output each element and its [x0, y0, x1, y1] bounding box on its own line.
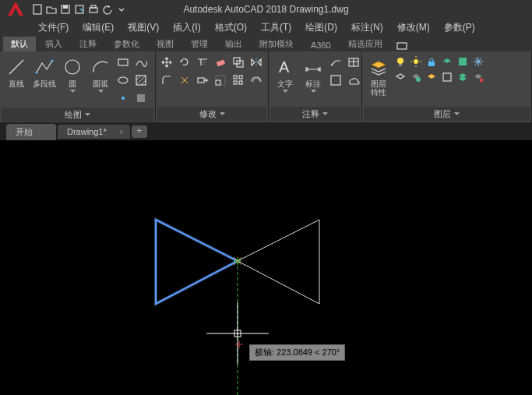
menu-draw[interactable]: 绘图(D)	[302, 19, 340, 36]
arc-icon	[90, 56, 111, 78]
erase-icon[interactable]	[213, 55, 228, 70]
close-icon[interactable]: ×	[119, 128, 124, 136]
svg-rect-20	[216, 80, 220, 85]
copy-icon[interactable]	[231, 55, 246, 70]
tab-insert[interactable]: 插入	[37, 37, 70, 51]
layer-color-icon[interactable]	[456, 55, 470, 69]
svg-rect-2	[63, 5, 68, 9]
svg-rect-22	[234, 76, 237, 79]
trim-icon[interactable]	[195, 55, 210, 70]
open-icon[interactable]	[45, 3, 58, 16]
layer-iso-icon[interactable]	[393, 70, 407, 84]
panel-title-draw[interactable]: 绘图	[2, 108, 153, 122]
panel-title-modify[interactable]: 修改	[157, 107, 266, 121]
lock-icon[interactable]	[425, 55, 439, 69]
circle-button[interactable]: 圆	[59, 55, 86, 94]
ribbon-more-icon[interactable]	[392, 41, 412, 51]
mirror-icon[interactable]	[248, 55, 264, 70]
svg-line-7	[9, 60, 23, 74]
tab-default[interactable]: 默认	[3, 37, 36, 51]
panel-title-annotate[interactable]: 注释	[270, 107, 360, 121]
menu-file[interactable]: 文件(F)	[35, 19, 72, 36]
svg-rect-3	[76, 5, 83, 13]
svg-point-14	[122, 97, 125, 100]
spline-icon[interactable]	[133, 55, 149, 70]
leader-icon[interactable]	[328, 55, 344, 70]
tab-parametric[interactable]: 参数化	[106, 37, 147, 51]
ellipse-icon[interactable]	[115, 72, 131, 88]
point-icon[interactable]	[115, 90, 131, 106]
app-logo[interactable]	[3, 0, 28, 22]
svg-rect-24	[234, 81, 237, 84]
save-icon[interactable]	[59, 3, 72, 16]
cloud-icon[interactable]	[346, 72, 361, 88]
menu-view[interactable]: 视图(V)	[125, 19, 162, 36]
menu-modify[interactable]: 修改(M)	[394, 19, 433, 36]
polyline-icon	[33, 56, 55, 78]
drawing-canvas[interactable]: 极轴: 223.0849 < 270°	[0, 140, 532, 395]
line-icon	[5, 56, 27, 78]
layer-freeze-icon[interactable]	[471, 55, 485, 69]
layer-off-icon[interactable]	[440, 55, 454, 69]
mtext-icon[interactable]	[328, 72, 344, 88]
tab-view[interactable]: 视图	[149, 37, 181, 51]
qat-dropdown-icon[interactable]	[115, 3, 128, 16]
tab-start[interactable]: 开始	[6, 124, 56, 140]
menu-format[interactable]: 格式(O)	[212, 19, 250, 36]
layer-match-icon[interactable]	[409, 70, 423, 84]
arc-button[interactable]: 圆弧	[87, 55, 114, 94]
region-icon[interactable]	[133, 90, 149, 106]
new-icon[interactable]	[31, 3, 44, 16]
dimension-button[interactable]: 标注	[300, 55, 326, 94]
offset-icon[interactable]	[248, 72, 264, 88]
layer-merge-icon[interactable]	[456, 70, 470, 84]
layer-prev-icon[interactable]	[425, 70, 439, 84]
array-icon[interactable]	[231, 72, 246, 88]
sun-icon[interactable]	[409, 55, 423, 69]
ribbon: 直线 多段线 圆 圆弧	[0, 51, 532, 123]
tab-output[interactable]: 输出	[217, 37, 250, 51]
undo-icon[interactable]	[101, 3, 114, 16]
menu-insert[interactable]: 插入(I)	[170, 19, 203, 36]
menu-tools[interactable]: 工具(T)	[258, 19, 294, 36]
menu-dim[interactable]: 标注(N)	[348, 19, 386, 36]
line-button[interactable]: 直线	[3, 55, 30, 90]
tab-drawing1[interactable]: Drawing1*×	[58, 125, 130, 139]
stretch-icon[interactable]	[195, 72, 210, 88]
move-icon[interactable]	[159, 55, 174, 70]
svg-rect-15	[137, 94, 145, 102]
add-tab-button[interactable]: +	[132, 125, 147, 138]
chevron-down-icon	[311, 90, 316, 93]
lightbulb-icon[interactable]	[393, 55, 407, 69]
panel-modify: 修改	[156, 51, 269, 122]
svg-text:A: A	[279, 58, 290, 76]
tab-a360[interactable]: A360	[303, 39, 339, 51]
menu-edit[interactable]: 编辑(E)	[79, 19, 117, 36]
scale-icon[interactable]	[213, 72, 228, 88]
menu-param[interactable]: 参数(P)	[441, 19, 478, 36]
hatch-icon[interactable]	[133, 72, 149, 88]
chevron-down-icon	[283, 90, 288, 93]
text-button[interactable]: A 文字	[272, 55, 298, 94]
layer-state-icon[interactable]	[440, 70, 454, 84]
saveas-icon[interactable]	[73, 3, 86, 16]
svg-rect-28	[331, 76, 340, 85]
layer-properties-button[interactable]: 图层 特性	[365, 55, 392, 98]
table-icon[interactable]	[346, 55, 361, 70]
fillet-icon[interactable]	[159, 72, 174, 88]
rotate-icon[interactable]	[177, 55, 192, 70]
window-title: Autodesk AutoCAD 2018 Drawing1.dwg	[183, 4, 348, 15]
panel-title-layer[interactable]: 图层	[364, 107, 530, 121]
svg-point-29	[397, 58, 403, 64]
explode-icon[interactable]	[177, 72, 192, 88]
tab-addins[interactable]: 附加模块	[252, 37, 301, 51]
plot-icon[interactable]	[87, 3, 100, 16]
rectangle-icon[interactable]	[115, 55, 131, 70]
tab-featured[interactable]: 精选应用	[340, 37, 390, 51]
layer-delete-icon[interactable]	[471, 70, 485, 84]
svg-point-38	[416, 77, 421, 82]
tab-manage[interactable]: 管理	[183, 37, 216, 51]
svg-rect-39	[443, 73, 451, 81]
tab-annotate[interactable]: 注释	[72, 37, 104, 51]
polyline-button[interactable]: 多段线	[31, 55, 58, 90]
